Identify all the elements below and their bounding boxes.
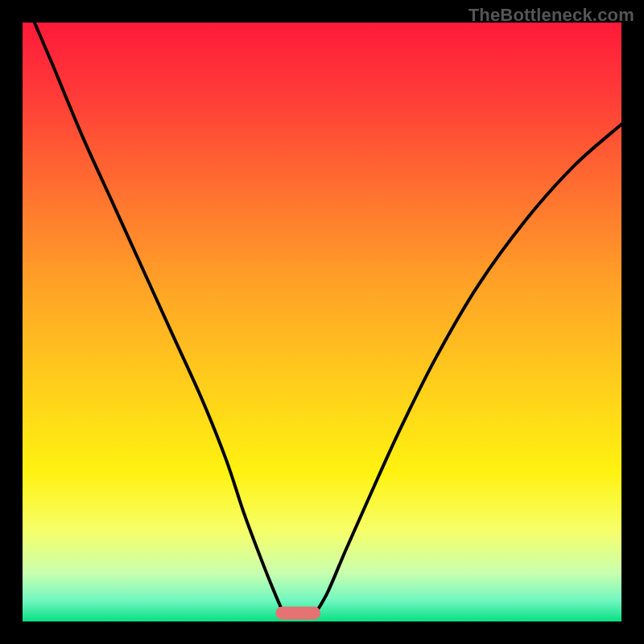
gradient-background: [23, 23, 621, 621]
chart-frame: TheBottleneck.com: [0, 0, 644, 644]
bottleneck-marker-rect: [275, 606, 320, 619]
chart-plot: [23, 23, 621, 621]
bottleneck-marker: [275, 606, 320, 619]
